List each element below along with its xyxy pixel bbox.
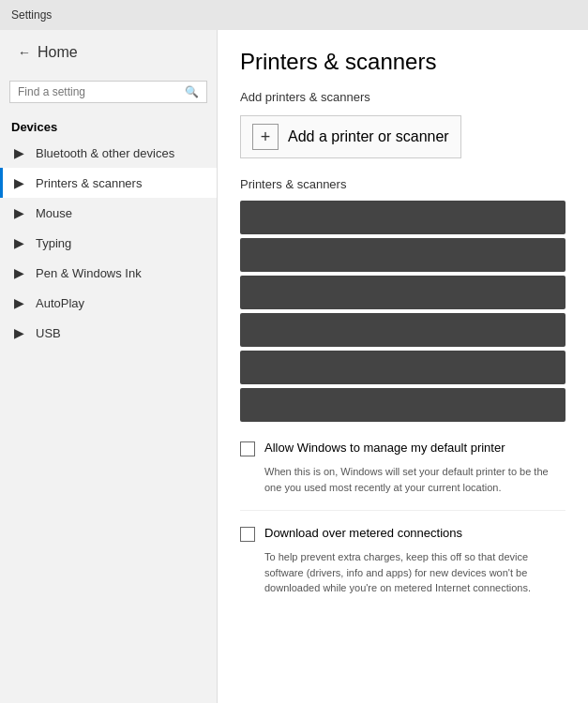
sidebar-item-label: Bluetooth & other devices [36,146,174,160]
sidebar-item-label: USB [36,326,61,340]
sidebar: ← Home 🔍 Devices ▶ Bluetooth & other dev… [0,30,218,703]
search-icon: 🔍 [185,85,199,98]
sidebar-item-printers[interactable]: ▶ Printers & scanners [0,168,217,198]
sidebar-item-pen[interactable]: ▶ Pen & Windows Ink [0,258,217,288]
printer-list-item[interactable] [240,388,565,422]
printer-list-item[interactable] [240,238,565,272]
pen-icon: ▶ [11,265,26,280]
printer-list-item[interactable] [240,313,565,347]
printer-list-item[interactable] [240,351,565,384]
back-button[interactable]: ← [11,39,38,66]
sidebar-item-label: AutoPlay [36,296,84,310]
title-bar: Settings [0,0,588,30]
usb-icon: ▶ [11,325,26,340]
default-printer-checkbox[interactable] [240,441,255,456]
add-section-subtitle: Add printers & scanners [240,90,565,104]
autoplay-icon: ▶ [11,295,26,310]
default-printer-label: Allow Windows to manage my default print… [264,441,505,455]
default-printer-desc: When this is on, Windows will set your d… [264,464,565,495]
search-input[interactable] [18,85,185,98]
sidebar-item-typing[interactable]: ▶ Typing [0,228,217,258]
metered-connections-checkbox[interactable] [240,527,255,542]
metered-connections-setting: Download over metered connections [240,526,565,542]
add-icon: + [252,124,279,150]
sidebar-item-mouse[interactable]: ▶ Mouse [0,198,217,228]
sidebar-item-label: Pen & Windows Ink [36,266,142,280]
mouse-icon: ▶ [11,205,26,220]
main-content: Printers & scanners Add printers & scann… [218,30,588,703]
add-printer-button[interactable]: + Add a printer or scanner [240,115,461,158]
title-bar-label: Settings [11,8,52,22]
printer-list-item[interactable] [240,276,565,309]
home-label: Home [38,44,78,61]
home-nav-item[interactable]: ← Home [0,30,217,75]
search-box[interactable]: 🔍 [9,81,207,103]
printers-section-title: Printers & scanners [240,177,565,191]
sidebar-item-label: Printers & scanners [36,176,142,190]
printer-icon: ▶ [11,175,26,190]
page-title: Printers & scanners [240,49,565,75]
metered-connections-desc: To help prevent extra charges, keep this… [264,549,565,596]
metered-connections-label: Download over metered connections [264,526,462,540]
sidebar-item-autoplay[interactable]: ▶ AutoPlay [0,288,217,318]
typing-icon: ▶ [11,235,26,250]
app-container: ← Home 🔍 Devices ▶ Bluetooth & other dev… [0,30,588,703]
sidebar-section-title: Devices [0,112,217,138]
divider [240,510,565,511]
bluetooth-icon: ▶ [11,145,26,160]
sidebar-item-usb[interactable]: ▶ USB [0,318,217,348]
default-printer-setting: Allow Windows to manage my default print… [240,441,565,456]
sidebar-item-label: Typing [36,236,71,250]
sidebar-item-bluetooth[interactable]: ▶ Bluetooth & other devices [0,138,217,168]
add-printer-label: Add a printer or scanner [288,128,449,145]
sidebar-item-label: Mouse [36,206,72,220]
printer-list-item[interactable] [240,201,565,234]
